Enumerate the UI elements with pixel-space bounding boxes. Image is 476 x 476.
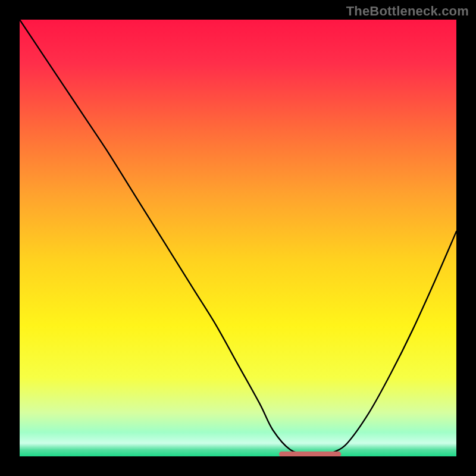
chart-frame: TheBottleneck.com [0, 0, 476, 476]
bottleneck-curve-layer [20, 20, 456, 456]
bottleneck-curve [20, 20, 456, 455]
plot-area [20, 20, 456, 456]
watermark-text: TheBottleneck.com [346, 4, 469, 19]
